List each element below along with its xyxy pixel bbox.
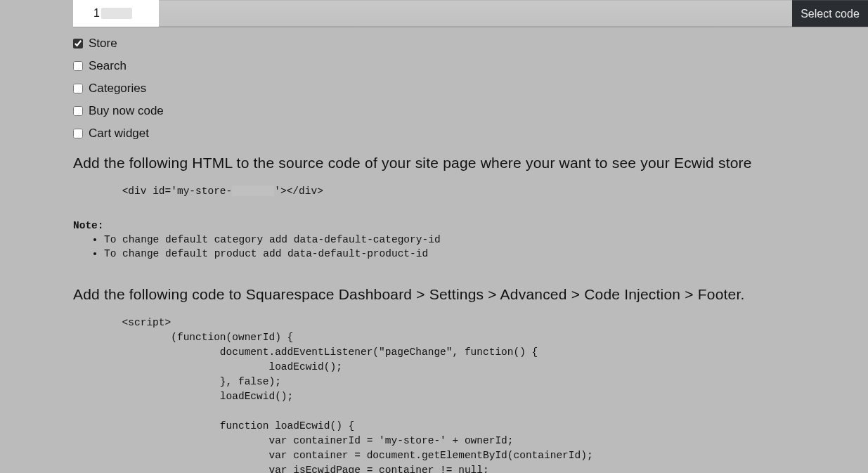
note-bullets: To change default category add data-defa… bbox=[73, 233, 868, 261]
topbar: 1 Select code bbox=[73, 0, 868, 27]
heading-html-instruction: Add the following HTML to the source cod… bbox=[73, 155, 868, 171]
checkbox-row-cart[interactable]: Cart widget bbox=[73, 122, 868, 145]
heading-injection-instruction: Add the following code to Squarespace Da… bbox=[73, 286, 868, 303]
checkbox-search[interactable] bbox=[73, 61, 83, 71]
checkbox-row-buynow[interactable]: Buy now code bbox=[73, 100, 868, 122]
code-script-snippet: <script> (function(ownerId) { document.a… bbox=[73, 316, 868, 473]
checkbox-buynow[interactable] bbox=[73, 106, 83, 116]
checkbox-row-store[interactable]: Store bbox=[73, 32, 868, 55]
widget-checkbox-list: Store Search Categories Buy now code Car… bbox=[73, 32, 868, 145]
note-bullet: To change default category add data-defa… bbox=[104, 233, 868, 247]
checkbox-categories[interactable] bbox=[73, 84, 83, 93]
checkbox-row-search[interactable]: Search bbox=[73, 55, 868, 77]
store-id-prefix: 1 bbox=[93, 7, 100, 20]
checkbox-cart[interactable] bbox=[73, 129, 83, 138]
checkbox-label: Buy now code bbox=[89, 104, 164, 118]
checkbox-label: Search bbox=[89, 59, 127, 73]
store-id-box: 1 bbox=[73, 0, 159, 27]
checkbox-label: Categories bbox=[89, 82, 146, 96]
select-code-button[interactable]: Select code bbox=[792, 0, 868, 27]
checkbox-label: Cart widget bbox=[89, 127, 149, 141]
redacted-store-id-code bbox=[232, 186, 274, 196]
code-div-snippet: <div id='my-store-'></div> bbox=[73, 184, 868, 199]
note-label: Note: bbox=[73, 220, 868, 231]
topbar-spacer bbox=[159, 0, 792, 27]
note-bullet: To change default product add data-defau… bbox=[104, 247, 868, 261]
checkbox-store[interactable] bbox=[73, 39, 83, 48]
checkbox-row-categories[interactable]: Categories bbox=[73, 77, 868, 100]
checkbox-label: Store bbox=[89, 37, 117, 51]
redacted-store-id bbox=[101, 8, 132, 19]
